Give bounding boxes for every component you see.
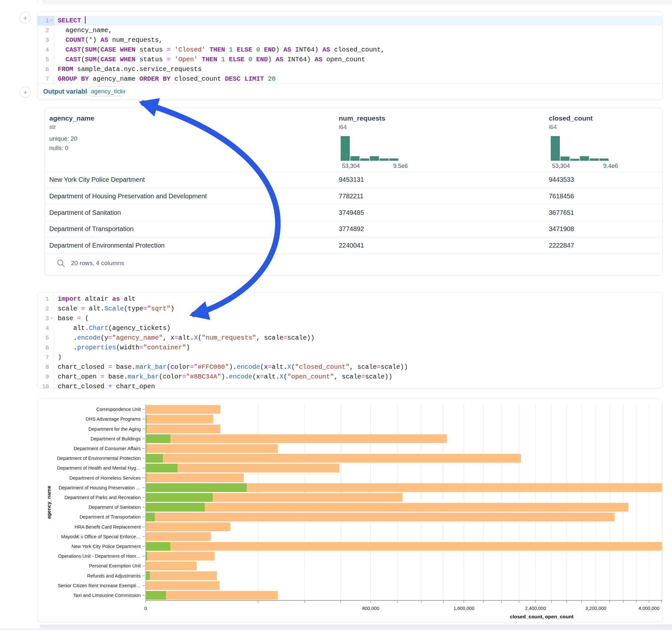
- add-cell-button-top[interactable]: +: [20, 12, 31, 23]
- python-code-line[interactable]: 3˅base = (: [38, 314, 662, 323]
- column-name: agency_name: [49, 114, 94, 122]
- closed_count-bar[interactable]: [146, 454, 521, 463]
- python-code-line[interactable]: 10chart_closed + chart_open: [38, 382, 662, 391]
- closed_count-bar[interactable]: [146, 571, 217, 580]
- closed_count-bar[interactable]: [146, 562, 197, 571]
- sql-code-line[interactable]: 3 COUNT(*) AS num_requests,: [38, 35, 662, 45]
- line-number-gutter: 1: [38, 294, 54, 304]
- add-cell-button-output[interactable]: +: [20, 87, 31, 98]
- table-row[interactable]: Department of Transportation377489234719…: [45, 221, 662, 238]
- sql-code-line[interactable]: 2 agency_name,: [38, 26, 662, 35]
- closed_count-bar[interactable]: [146, 542, 663, 551]
- column-histogram[interactable]: [341, 136, 400, 161]
- line-number-gutter: 2: [38, 304, 54, 314]
- histogram-bar: [380, 159, 389, 161]
- closed_count-bar[interactable]: [146, 405, 220, 414]
- results-table: agency_namestrunique: 20nulls: 0num_requ…: [44, 108, 663, 275]
- previous-cell-fragment: [37, 0, 672, 5]
- closed_count-bar[interactable]: [146, 444, 278, 453]
- python-code-line[interactable]: 4 alt.Chart(agency_tickets): [38, 323, 662, 333]
- histogram-bar: [351, 156, 360, 161]
- line-number: 4: [45, 45, 49, 55]
- closed_count-bar[interactable]: [146, 523, 231, 531]
- line-number-gutter: 3˅: [38, 314, 54, 323]
- code-text: agency_name,: [54, 26, 112, 35]
- histogram-bar: [389, 159, 399, 161]
- histogram-min-label: 53,304: [342, 163, 360, 169]
- y-axis-label: Taxi and Limousine Commission: [73, 593, 141, 598]
- fold-chevron-icon[interactable]: ˅: [49, 16, 54, 26]
- python-code-line[interactable]: 6 .properties(width="container"): [38, 343, 662, 353]
- open_count-bar[interactable]: [146, 571, 150, 580]
- code-text: alt.Chart(agency_tickets): [54, 323, 170, 333]
- line-number: 5: [45, 55, 49, 65]
- python-code-line[interactable]: 5 .encode(y="agency_name", x=alt.X("num_…: [38, 333, 662, 343]
- fold-chevron-icon[interactable]: ˅: [49, 314, 54, 323]
- y-axis-label: Department of Transportation: [79, 514, 141, 519]
- column-type: i64: [339, 123, 347, 130]
- closed_count-bar[interactable]: [146, 581, 220, 590]
- python-code-editor[interactable]: 1import altair as alt2scale = alt.Scale(…: [38, 294, 662, 391]
- closed_count-bar[interactable]: [146, 434, 447, 443]
- line-number-gutter: 5: [38, 55, 54, 65]
- sql-code-line[interactable]: 6FROM sample_data.nyc.service_requests: [38, 65, 662, 74]
- column-histogram[interactable]: [551, 136, 610, 161]
- sql-code-editor[interactable]: 1˅SELECT 2 agency_name,3 COUNT(*) AS num…: [38, 16, 662, 84]
- sql-code-line[interactable]: 5 CAST(SUM(CASE WHEN status = 'Open' THE…: [38, 55, 662, 65]
- text-caret: [85, 16, 86, 24]
- line-number: 4: [45, 323, 49, 333]
- closed_count-bar[interactable]: [146, 474, 244, 482]
- sql-code-line[interactable]: 7GROUP BY agency_name ORDER BY closed_co…: [38, 74, 662, 84]
- python-code-line[interactable]: 8chart_closed = base.mark_bar(color="#FF…: [38, 362, 662, 372]
- open_count-bar[interactable]: [146, 464, 178, 472]
- code-text: CAST(SUM(CASE WHEN status = 'Closed' THE…: [54, 45, 384, 55]
- table-cell: Department of Transportation: [49, 225, 134, 233]
- x-axis-label: 3,200,000: [585, 606, 606, 611]
- table-row[interactable]: Department of Sanitation37494853677651: [45, 204, 662, 221]
- sql-code-line[interactable]: 1˅SELECT: [38, 16, 662, 26]
- closed_count-bar[interactable]: [146, 552, 215, 561]
- code-text: COUNT(*) AS num_requests,: [54, 35, 163, 45]
- row-count-label: 20 rows, 4 columns: [71, 260, 124, 267]
- python-code-line[interactable]: 7): [38, 353, 662, 362]
- open_count-bar[interactable]: [146, 434, 170, 443]
- open_count-bar[interactable]: [146, 552, 147, 561]
- table-row[interactable]: Department of Environmental Protection22…: [45, 237, 662, 254]
- y-axis-label: Senior Citizen Rent Increase Exempti…: [58, 583, 141, 588]
- closed_count-bar[interactable]: [146, 513, 615, 522]
- x-axis-title: closed_count, open_count: [510, 614, 573, 619]
- search-icon[interactable]: [56, 259, 66, 268]
- closed_count-bar[interactable]: [146, 425, 220, 433]
- open_count-bar[interactable]: [146, 483, 247, 492]
- line-number-gutter: 5: [38, 333, 54, 343]
- table-cell: 2240041: [339, 242, 364, 249]
- open_count-bar[interactable]: [146, 542, 170, 551]
- y-axis-label: Department of Housing Preservation …: [59, 485, 141, 490]
- line-number: 6: [45, 65, 49, 74]
- line-number-gutter: 7: [38, 74, 54, 84]
- histogram-bar: [570, 159, 579, 161]
- python-code-line[interactable]: 2scale = alt.Scale(type="sqrt"): [38, 304, 662, 314]
- open_count-bar[interactable]: [146, 454, 163, 463]
- closed_count-bar[interactable]: [146, 415, 213, 423]
- output-variable-chip[interactable]: agency_tickets: [87, 86, 125, 96]
- table-row[interactable]: New York City Police Department945313194…: [45, 171, 662, 188]
- table-cell: 3774892: [339, 225, 364, 233]
- open_count-bar[interactable]: [146, 513, 155, 522]
- y-axis-label: Department of Buildings: [91, 436, 141, 441]
- table-row[interactable]: Department of Housing Preservation and D…: [45, 188, 662, 205]
- column-name: closed_count: [549, 114, 593, 122]
- python-code-line[interactable]: 9chart_open = base.mark_bar(color="#8BC3…: [38, 372, 662, 382]
- python-code-line[interactable]: 1import altair as alt: [38, 294, 662, 304]
- open_count-bar[interactable]: [146, 503, 205, 512]
- y-axis-label: Refunds and Adjustments: [87, 573, 141, 579]
- code-text: chart_closed + chart_open: [54, 382, 155, 391]
- code-text: chart_open = base.mark_bar(color="#8BC34…: [54, 372, 392, 382]
- table-cell: Department of Sanitation: [49, 209, 121, 217]
- y-axis-label: Department for the Aging: [89, 427, 141, 432]
- open_count-bar[interactable]: [146, 591, 166, 600]
- open_count-bar[interactable]: [146, 493, 213, 502]
- closed_count-bar[interactable]: [146, 503, 628, 512]
- closed_count-bar[interactable]: [146, 532, 211, 541]
- sql-code-line[interactable]: 4 CAST(SUM(CASE WHEN status = 'Closed' T…: [38, 45, 662, 55]
